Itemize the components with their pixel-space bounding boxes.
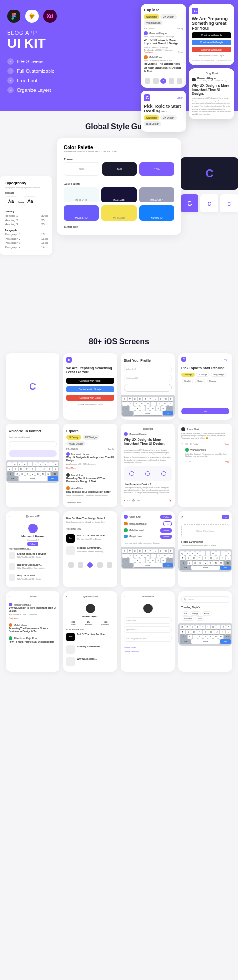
login-link[interactable]: Log In <box>223 358 229 361</box>
home-icon[interactable] <box>68 562 74 568</box>
back-icon[interactable]: ‹ <box>124 595 125 598</box>
name-input[interactable]: Adom Shafi <box>124 617 172 624</box>
handle-input[interactable]: @adomsh007 <box>124 375 172 381</box>
chip-ux[interactable]: UX Design <box>160 14 177 19</box>
apple-button[interactable]: Continue with Apple <box>66 378 114 384</box>
back-icon[interactable]: ‹ <box>9 595 10 598</box>
email-input[interactable] <box>9 441 57 447</box>
chip[interactable]: Design <box>190 611 200 616</box>
chip[interactable]: Motion <box>195 379 205 383</box>
chip[interactable]: Health <box>202 611 212 616</box>
post-item[interactable]: Mansurul Haque Topic - Why You Need UX I… <box>144 31 183 53</box>
back-icon[interactable]: ‹ <box>9 515 10 518</box>
post-item[interactable]: Building Community...What Makes Better C… <box>66 546 114 555</box>
add-icon[interactable]: + <box>160 78 166 84</box>
apple-button[interactable]: Continue with Apple <box>192 32 231 38</box>
following-button[interactable]: — <box>163 521 172 526</box>
post-item[interactable]: Mansurul Haque Why UX Design Is More Imp… <box>66 452 114 469</box>
follow-button[interactable]: Follow <box>160 535 172 539</box>
post-item[interactable]: Building Community... <box>66 645 114 654</box>
bookmark-icon[interactable] <box>169 78 174 84</box>
read-more-link[interactable]: Read More <box>144 51 153 53</box>
bio-input[interactable]: App Designer at UI HUT <box>124 636 172 642</box>
post-item[interactable]: UberEnd Of The Line For UberWhy You Need… <box>66 534 114 543</box>
avatar-icon <box>124 535 128 538</box>
post-item[interactable]: Why UX Is More...Why You Need UX In Desi… <box>9 574 57 581</box>
keyboard[interactable]: QWERTYUIOPASDFGHJKL⇧ZXCVBNM⌫123spaceGo <box>178 623 232 646</box>
chip[interactable]: Tech <box>195 616 204 621</box>
chip[interactable]: Graphic <box>207 379 218 383</box>
change-email-link[interactable]: Change Email <box>124 646 172 648</box>
post-item[interactable]: Building Community...What Makes Better C… <box>9 563 57 570</box>
search-icon[interactable] <box>153 78 159 84</box>
like-icon[interactable]: ♡ <box>181 443 183 445</box>
avatar-icon[interactable] <box>143 604 153 613</box>
chip[interactable]: UI Design <box>66 435 81 440</box>
continue-button[interactable]: — <box>124 384 172 392</box>
google-button[interactable]: Continue with Google <box>192 40 231 45</box>
google-button[interactable]: Continue with Google <box>66 386 114 392</box>
heart-icon[interactable]: ♥ <box>124 499 125 502</box>
chip[interactable]: Blog Design <box>144 121 161 126</box>
chip[interactable]: UI Design <box>181 373 195 377</box>
keyboard[interactable]: QWERTYUIOPASDFGHJKL⇧ZXCVBNM⌫123spaceGo <box>178 549 232 572</box>
continue-button[interactable]: — <box>181 408 229 414</box>
bookmark-icon[interactable]: 🔖 <box>169 499 172 502</box>
chip[interactable]: UX Design <box>160 115 177 120</box>
chip[interactable]: Graphic <box>182 379 193 383</box>
follow-button[interactable]: Follow <box>27 542 39 546</box>
add-icon[interactable]: + <box>87 562 93 568</box>
chip[interactable]: Visual Design <box>66 441 85 446</box>
email-button[interactable]: Continue with Email <box>66 395 114 401</box>
like-icon[interactable]: ♡ <box>185 460 187 463</box>
keyboard[interactable]: QWERTYUIOPASDFGHJKL⇧ZXCVBNM⌫123spaceGo <box>121 395 175 417</box>
handle-input[interactable]: @adomsh007 <box>124 626 172 633</box>
post-item[interactable]: Altaaf Irfan How To Make Your Visual Des… <box>66 486 114 497</box>
continue-button[interactable]: — <box>9 450 57 457</box>
email-button[interactable]: Continue with Email <box>192 47 231 52</box>
login-link[interactable]: Log In <box>177 96 183 99</box>
post-item[interactable]: Altaaf from Rajat Pure How To Make Your … <box>9 636 57 643</box>
explore-screen: Explore UI DesignUX DesignVisual Design … <box>63 424 117 507</box>
upload-area[interactable]: Upload Thumb Image <box>181 524 229 538</box>
chip[interactable]: UI Design <box>144 115 159 120</box>
post-item[interactable]: UberEnd Of The Line For Uber <box>66 633 114 641</box>
post-item[interactable]: Mansurul Haque Why UX Design Is More Imp… <box>9 603 57 619</box>
post-item[interactable]: Mahdi Khan Topic - Business In Design & … <box>144 55 183 73</box>
login-link[interactable]: Already have account? Log In <box>66 403 114 405</box>
chip[interactable]: UX Design <box>196 373 209 377</box>
search-icon[interactable] <box>78 562 83 568</box>
profile-icon[interactable] <box>177 78 182 84</box>
follow-button[interactable]: Follow <box>160 528 172 533</box>
close-icon[interactable]: ✕ <box>181 515 183 518</box>
publish-button[interactable]: — <box>222 515 229 519</box>
chip[interactable]: Business <box>182 616 194 621</box>
change-password-link[interactable]: Change Password <box>124 650 172 653</box>
chip-ui[interactable]: UI Design <box>144 14 159 19</box>
follow-button[interactable]: Follow <box>160 515 172 519</box>
profile-icon[interactable] <box>107 562 112 568</box>
comment-icon[interactable]: 💬 <box>132 499 135 502</box>
post-item[interactable]: How Do Make Your Design Better? I just d… <box>66 517 114 524</box>
reply-link[interactable]: 11 Reply <box>190 443 198 445</box>
chip[interactable]: UX Design <box>83 435 99 440</box>
theme-swatch: 60% <box>64 162 99 176</box>
keyboard[interactable]: QWERTYUIOPASDFGHJKL⇧ZXCVBNM⌫123spaceGo <box>121 547 175 569</box>
post-item[interactable]: Why UX Is More... <box>66 657 114 666</box>
home-icon[interactable] <box>145 78 150 84</box>
already-link[interactable]: Already have account? Log In <box>192 54 231 57</box>
post-item[interactable]: Mahdi Khan Revealing The Uniqueness Of Y… <box>66 473 114 483</box>
chip-visual[interactable]: Visual Design <box>144 20 163 25</box>
sort-label[interactable]: Sort By <box>177 27 183 30</box>
keyboard[interactable]: QWERTYUIOPASDFGHJKL⇧ZXCVBNM⌫123spaceGo <box>6 460 60 483</box>
search-input[interactable]: 🔍Search <box>181 596 229 603</box>
post-item[interactable]: Mahdi Khan Revealing The Uniqueness Of Y… <box>9 623 57 633</box>
post-item[interactable]: End Of The Line For UberWhy You Need UX … <box>9 552 57 559</box>
bookmark-icon[interactable] <box>97 562 103 568</box>
typo-title: Typography <box>5 181 48 185</box>
back-icon[interactable]: ‹ <box>66 595 67 598</box>
chip[interactable]: Art <box>182 611 189 616</box>
auth-title: We Are Preparing Something Great For You… <box>192 16 231 30</box>
chip[interactable]: Blog Design <box>211 373 226 377</box>
name-input[interactable]: Adom Shafi <box>124 366 172 372</box>
